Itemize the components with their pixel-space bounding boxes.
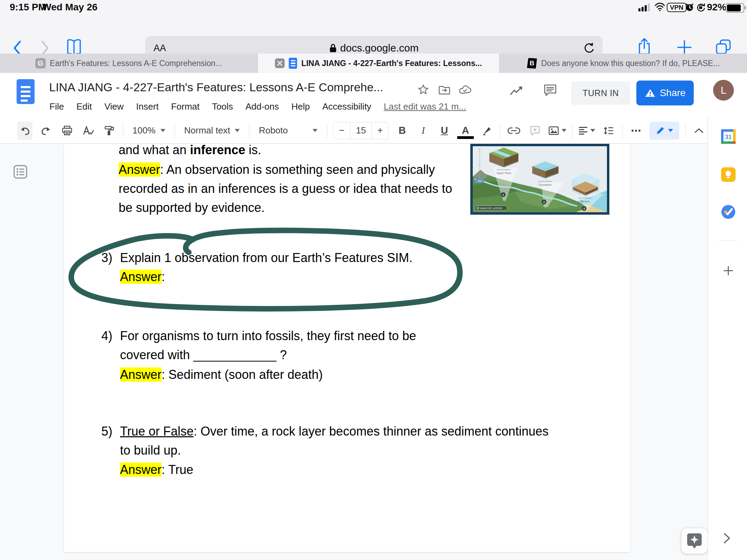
chevron-down-icon [313,129,317,132]
spell-check-button[interactable] [81,122,96,140]
font-size-value[interactable]: 15 [350,122,372,139]
new-tab-button[interactable] [676,39,692,55]
menu-help[interactable]: Help [292,101,310,112]
ipad-safari-google-docs: { "status_bar": { "time": "9:15 PM", "da… [0,0,747,560]
document-title[interactable]: LINA JIANG - 4-227-Earth's Features: Les… [49,81,383,94]
document-canvas: and what an inference is. Answer: An obs… [0,144,708,560]
tab-label: LINA JIANG - 4-227-Earth's Features: Les… [301,59,482,68]
menu-tools[interactable]: Tools [212,101,233,112]
decrease-font-button[interactable]: − [333,122,350,139]
italic-button[interactable]: I [416,122,431,140]
zoom-select[interactable]: 100% [129,122,169,140]
q5-text-line-1[interactable]: True or False: Over time, a rock layer b… [120,422,548,441]
cloud-saved-icon[interactable] [459,85,472,95]
tab-label: Does anyone know this question? If do, P… [541,59,720,68]
answer-1-line-1[interactable]: Answer: An observation is something seen… [119,160,435,179]
q4-text-line-2[interactable]: covered with ____________ ? [120,345,287,364]
workspace-side-panel: 31 [708,118,747,560]
wifi-icon [654,3,665,12]
google-tasks-icon[interactable] [721,205,736,219]
collapse-toolbar-button[interactable] [691,122,707,140]
add-comment-button[interactable] [527,122,543,140]
menu-view[interactable]: View [104,101,124,112]
q4-answer-line[interactable]: Answer: Sediment (soon after death) [120,365,323,384]
menu-addons[interactable]: Add-ons [246,101,279,112]
answer-1-line-3[interactable]: be supported by evidence. [119,198,265,217]
svg-text:31: 31 [725,134,732,140]
menu-file[interactable]: File [49,101,64,112]
sim-analyze-layers-button: ANALYZE LAYERS [475,206,507,211]
docs-header: LINA JIANG - 4-227-Earth's Features: Les… [0,73,747,118]
star-icon[interactable] [418,84,429,95]
google-keep-icon[interactable] [721,167,736,182]
increase-font-button[interactable]: + [372,122,388,139]
earths-features-sim-image[interactable]: ENVIRONMENT: Upper River ENVIRONMENT: Fl… [470,144,609,215]
account-avatar[interactable]: L [713,80,734,101]
undo-button[interactable] [17,122,33,140]
align-button[interactable] [579,122,595,140]
last-edit-link[interactable]: Last edit was 21 m... [384,101,466,112]
menu-bar: File Edit View Insert Format Tools Add-o… [49,101,466,112]
safari-toolbar: AA docs.google.com [0,15,747,54]
comments-icon[interactable] [544,84,557,98]
paragraph-intro[interactable]: and what an inference is. [119,140,261,159]
explore-button[interactable] [681,528,708,554]
hand-drawn-circle-annotation[interactable] [66,218,467,315]
menu-accessibility[interactable]: Accessibility [322,101,371,112]
answer-1-line-2[interactable]: recorded as in an inferences is a guess … [119,179,452,198]
tab-bar: G Earth's Features: Lessons A-E Comprehe… [0,54,747,73]
vpn-badge: VPN [667,3,686,12]
menu-insert[interactable]: Insert [136,101,159,112]
tab-earths-features[interactable]: G Earth's Features: Lessons A-E Comprehe… [0,54,258,73]
document-stats-icon[interactable] [509,85,524,96]
line-spacing-button[interactable] [601,122,616,140]
alarm-icon [685,2,694,12]
menu-edit[interactable]: Edit [76,101,92,112]
chevron-down-icon [590,129,595,132]
paragraph-style-select[interactable]: Normal text [181,122,243,140]
document-page[interactable]: and what an inference is. Answer: An obs… [64,144,630,552]
lock-icon [329,43,337,53]
reload-button[interactable] [583,42,595,54]
google-docs-icon[interactable] [17,79,35,104]
tab-brainly-question[interactable]: B Does anyone know this question? If do,… [500,54,747,73]
edit-mode-button[interactable] [649,122,679,140]
document-outline-button[interactable] [12,164,28,180]
q4-number[interactable]: 4) [101,326,112,345]
tab-lina-jiang-doc[interactable]: LINA JIANG - 4-227-Earth's Features: Les… [258,54,500,73]
turn-in-button[interactable]: TURN IN [571,81,630,105]
chevron-down-icon [160,129,165,132]
highlighted-answer-label: Answer [120,367,162,382]
sim-marker-3: 3 [583,207,585,210]
add-addon-button[interactable] [723,265,734,276]
insert-link-button[interactable] [506,122,522,140]
insert-image-button[interactable] [548,122,566,140]
google-calendar-icon[interactable]: 31 [721,129,736,144]
text-color-button[interactable]: A [458,122,473,140]
collapse-panel-chevron[interactable] [723,532,731,544]
paint-format-button[interactable] [102,122,117,140]
sim-label-floodplain: Floodplain [539,183,552,186]
brainly-favicon: B [527,58,537,69]
more-options-button[interactable] [628,122,644,140]
status-bar: 9:15 PM Wed May 26 VPN 92% [0,0,747,15]
rotation-lock-icon [696,2,706,12]
font-select[interactable]: Roboto [255,122,321,140]
reader-button[interactable]: AA [154,43,166,54]
share-label: Share [660,87,686,99]
q4-text-line-1[interactable]: For organisms to turn into fossils, they… [120,326,416,345]
sim-env-label: ENVIRONMENT: [497,169,511,171]
print-button[interactable] [59,122,75,140]
bold-button[interactable]: B [395,122,410,140]
close-tab-icon[interactable] [275,58,285,68]
tabs-overview-button[interactable] [715,39,732,55]
underline-button[interactable]: U [437,122,452,140]
q5-text-line-2[interactable]: to build up. [120,441,181,460]
move-folder-icon[interactable] [439,85,451,95]
highlight-color-button[interactable] [479,122,494,140]
share-doc-button[interactable]: Share [636,81,694,105]
q5-answer-line[interactable]: Answer: True [120,460,193,479]
q5-number[interactable]: 5) [101,422,112,441]
menu-format[interactable]: Format [171,101,200,112]
redo-button[interactable] [38,122,54,140]
